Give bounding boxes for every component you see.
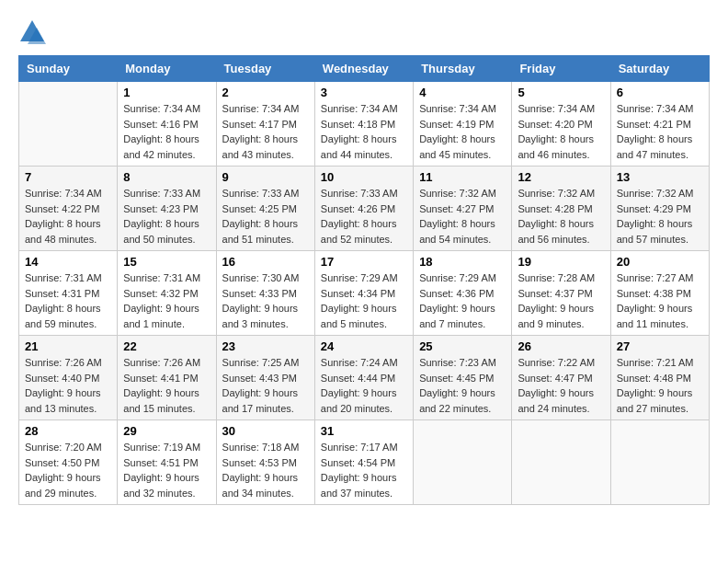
calendar-cell: 6 Sunrise: 7:34 AM Sunset: 4:21 PM Dayli… xyxy=(610,82,709,167)
sunset-text: Sunset: 4:25 PM xyxy=(222,203,297,214)
sunrise-text: Sunrise: 7:18 AM xyxy=(222,442,300,453)
sunset-text: Sunset: 4:36 PM xyxy=(419,288,494,299)
sunrise-text: Sunrise: 7:22 AM xyxy=(518,357,595,368)
day-info: Sunrise: 7:34 AM Sunset: 4:19 PM Dayligh… xyxy=(419,101,506,162)
sunset-text: Sunset: 4:37 PM xyxy=(518,288,592,299)
sunrise-text: Sunrise: 7:24 AM xyxy=(321,357,398,368)
calendar-week-row: 21 Sunrise: 7:26 AM Sunset: 4:40 PM Dayl… xyxy=(19,336,710,420)
day-number: 8 xyxy=(123,170,210,184)
day-number: 21 xyxy=(25,339,111,353)
sunset-text: Sunset: 4:26 PM xyxy=(321,203,395,214)
day-number: 9 xyxy=(222,170,309,184)
calendar-cell: 19 Sunrise: 7:28 AM Sunset: 4:37 PM Dayl… xyxy=(512,251,610,336)
day-info: Sunrise: 7:30 AM Sunset: 4:33 PM Dayligh… xyxy=(222,270,309,331)
sunrise-text: Sunrise: 7:23 AM xyxy=(419,357,496,368)
sunset-text: Sunset: 4:48 PM xyxy=(617,373,691,384)
day-info: Sunrise: 7:34 AM Sunset: 4:17 PM Dayligh… xyxy=(222,101,309,162)
sunset-text: Sunset: 4:29 PM xyxy=(617,203,691,214)
sunrise-text: Sunrise: 7:20 AM xyxy=(25,442,102,453)
sunset-text: Sunset: 4:22 PM xyxy=(25,203,99,214)
calendar-cell: 22 Sunrise: 7:26 AM Sunset: 4:41 PM Dayl… xyxy=(118,336,216,420)
daylight-text: Daylight: 8 hours and 52 minutes. xyxy=(321,218,397,245)
sunrise-text: Sunrise: 7:19 AM xyxy=(123,442,200,453)
page-header xyxy=(18,18,710,46)
sunset-text: Sunset: 4:44 PM xyxy=(321,373,395,384)
sunset-text: Sunset: 4:19 PM xyxy=(419,119,494,130)
day-number: 5 xyxy=(518,86,604,99)
calendar-cell: 16 Sunrise: 7:30 AM Sunset: 4:33 PM Dayl… xyxy=(216,251,314,336)
sunset-text: Sunset: 4:53 PM xyxy=(222,457,297,468)
day-info: Sunrise: 7:19 AM Sunset: 4:51 PM Dayligh… xyxy=(123,440,210,500)
header-cell-sunday: Sunday xyxy=(19,56,118,82)
daylight-text: Daylight: 9 hours and 24 minutes. xyxy=(518,387,594,414)
sunrise-text: Sunrise: 7:32 AM xyxy=(518,188,595,199)
calendar-cell: 3 Sunrise: 7:34 AM Sunset: 4:18 PM Dayli… xyxy=(314,82,413,167)
calendar-cell: 13 Sunrise: 7:32 AM Sunset: 4:29 PM Dayl… xyxy=(610,167,709,251)
sunrise-text: Sunrise: 7:30 AM xyxy=(222,272,300,283)
day-number: 7 xyxy=(25,170,111,184)
calendar-cell: 21 Sunrise: 7:26 AM Sunset: 4:40 PM Dayl… xyxy=(19,336,118,420)
day-info: Sunrise: 7:22 AM Sunset: 4:47 PM Dayligh… xyxy=(518,355,604,416)
daylight-text: Daylight: 8 hours and 57 minutes. xyxy=(617,218,693,245)
day-number: 15 xyxy=(123,255,210,269)
calendar-cell: 7 Sunrise: 7:34 AM Sunset: 4:22 PM Dayli… xyxy=(19,167,118,251)
day-number: 27 xyxy=(617,339,703,353)
daylight-text: Daylight: 9 hours and 37 minutes. xyxy=(321,472,397,499)
day-info: Sunrise: 7:26 AM Sunset: 4:40 PM Dayligh… xyxy=(25,355,111,416)
day-number: 24 xyxy=(321,339,407,353)
daylight-text: Daylight: 9 hours and 34 minutes. xyxy=(222,472,299,499)
calendar-cell: 25 Sunrise: 7:23 AM Sunset: 4:45 PM Dayl… xyxy=(414,336,512,420)
sunset-text: Sunset: 4:16 PM xyxy=(123,119,198,130)
calendar-cell: 18 Sunrise: 7:29 AM Sunset: 4:36 PM Dayl… xyxy=(414,251,512,336)
calendar-cell: 30 Sunrise: 7:18 AM Sunset: 4:53 PM Dayl… xyxy=(216,420,314,505)
day-number: 22 xyxy=(123,339,210,353)
sunrise-text: Sunrise: 7:33 AM xyxy=(123,188,200,199)
day-number: 14 xyxy=(25,255,111,269)
sunrise-text: Sunrise: 7:29 AM xyxy=(321,272,398,283)
sunrise-text: Sunrise: 7:33 AM xyxy=(321,188,398,199)
day-info: Sunrise: 7:34 AM Sunset: 4:18 PM Dayligh… xyxy=(321,101,407,162)
daylight-text: Daylight: 8 hours and 46 minutes. xyxy=(518,133,594,160)
calendar-cell: 10 Sunrise: 7:33 AM Sunset: 4:26 PM Dayl… xyxy=(314,167,413,251)
day-info: Sunrise: 7:34 AM Sunset: 4:21 PM Dayligh… xyxy=(617,101,703,162)
daylight-text: Daylight: 9 hours and 29 minutes. xyxy=(25,472,101,499)
day-number: 18 xyxy=(419,255,506,269)
sunset-text: Sunset: 4:43 PM xyxy=(222,373,297,384)
daylight-text: Daylight: 8 hours and 56 minutes. xyxy=(518,218,594,245)
sunrise-text: Sunrise: 7:34 AM xyxy=(123,103,200,114)
daylight-text: Daylight: 8 hours and 50 minutes. xyxy=(123,218,199,245)
calendar-week-row: 1 Sunrise: 7:34 AM Sunset: 4:16 PM Dayli… xyxy=(19,82,710,167)
sunrise-text: Sunrise: 7:34 AM xyxy=(518,103,595,114)
sunset-text: Sunset: 4:45 PM xyxy=(419,373,494,384)
sunset-text: Sunset: 4:20 PM xyxy=(518,119,592,130)
day-info: Sunrise: 7:27 AM Sunset: 4:38 PM Dayligh… xyxy=(617,270,703,331)
day-number: 30 xyxy=(222,424,309,438)
sunset-text: Sunset: 4:21 PM xyxy=(617,119,691,130)
sunset-text: Sunset: 4:51 PM xyxy=(123,457,198,468)
day-info: Sunrise: 7:33 AM Sunset: 4:26 PM Dayligh… xyxy=(321,186,407,247)
daylight-text: Daylight: 9 hours and 15 minutes. xyxy=(123,387,199,414)
day-number: 31 xyxy=(321,424,407,438)
calendar-header-row: SundayMondayTuesdayWednesdayThursdayFrid… xyxy=(19,56,710,82)
sunset-text: Sunset: 4:23 PM xyxy=(123,203,198,214)
sunrise-text: Sunrise: 7:32 AM xyxy=(419,188,496,199)
day-info: Sunrise: 7:20 AM Sunset: 4:50 PM Dayligh… xyxy=(25,440,111,500)
calendar-cell: 26 Sunrise: 7:22 AM Sunset: 4:47 PM Dayl… xyxy=(512,336,610,420)
day-info: Sunrise: 7:29 AM Sunset: 4:34 PM Dayligh… xyxy=(321,270,407,331)
day-info: Sunrise: 7:32 AM Sunset: 4:28 PM Dayligh… xyxy=(518,186,604,247)
sunrise-text: Sunrise: 7:34 AM xyxy=(419,103,496,114)
sunset-text: Sunset: 4:32 PM xyxy=(123,288,198,299)
daylight-text: Daylight: 9 hours and 5 minutes. xyxy=(321,303,397,329)
header-cell-monday: Monday xyxy=(118,56,216,82)
daylight-text: Daylight: 9 hours and 17 minutes. xyxy=(222,387,299,414)
header-cell-saturday: Saturday xyxy=(610,56,709,82)
daylight-text: Daylight: 9 hours and 9 minutes. xyxy=(518,303,594,329)
calendar-cell: 23 Sunrise: 7:25 AM Sunset: 4:43 PM Dayl… xyxy=(216,336,314,420)
calendar-cell: 14 Sunrise: 7:31 AM Sunset: 4:31 PM Dayl… xyxy=(19,251,118,336)
daylight-text: Daylight: 9 hours and 3 minutes. xyxy=(222,303,299,329)
sunset-text: Sunset: 4:34 PM xyxy=(321,288,395,299)
day-info: Sunrise: 7:31 AM Sunset: 4:32 PM Dayligh… xyxy=(123,270,210,331)
calendar-body: 1 Sunrise: 7:34 AM Sunset: 4:16 PM Dayli… xyxy=(19,82,710,505)
sunrise-text: Sunrise: 7:34 AM xyxy=(222,103,300,114)
calendar-week-row: 28 Sunrise: 7:20 AM Sunset: 4:50 PM Dayl… xyxy=(19,420,710,505)
